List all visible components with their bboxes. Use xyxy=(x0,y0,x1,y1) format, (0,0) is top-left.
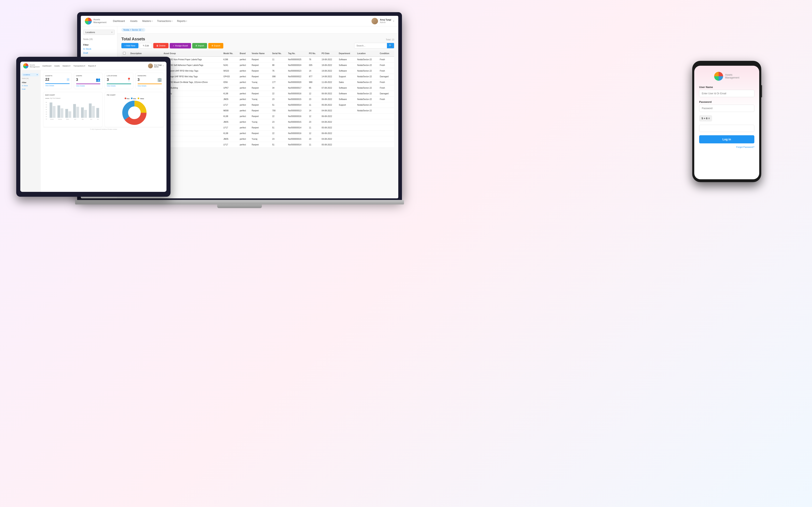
location-select[interactable]: Locations ▾ xyxy=(83,30,115,35)
table-cell: No/000000016 xyxy=(287,130,307,136)
table-cell: Software xyxy=(337,62,355,68)
stat-users: USERS 3 👥 View Details xyxy=(74,73,103,89)
table-cell: No/000000016 xyxy=(287,114,307,119)
table-cell: Ranjeet xyxy=(250,130,270,136)
search-button[interactable]: 🔍 xyxy=(387,43,394,48)
asset-condition xyxy=(378,136,394,142)
tablet-bezel: Assets Management Dashboard Assets Maste… xyxy=(16,57,170,197)
assets-view-details[interactable]: View Details xyxy=(45,85,70,87)
svg-text:60: 60 xyxy=(46,107,47,108)
locations-view-details[interactable]: View Details xyxy=(107,85,131,87)
delete-button[interactable]: 🗑 Delete xyxy=(153,43,169,48)
laptop-base xyxy=(75,200,404,205)
phone-device: Assets Management User Name Password 5 +… xyxy=(692,61,761,182)
asset-condition: Fresh xyxy=(378,68,394,74)
tablet-filter-draft[interactable]: Draft xyxy=(20,88,40,91)
nav-masters[interactable]: Masters ▾ xyxy=(142,20,153,22)
tab-nav-transactions[interactable]: Transactions ▾ xyxy=(73,65,85,67)
tablet-main: ASSETS 22 🖥 View Details USERS 3 xyxy=(41,70,166,192)
login-logo: Assets Management xyxy=(714,72,739,81)
password-input[interactable] xyxy=(699,105,754,112)
table-cell: No/000000023 xyxy=(287,68,307,74)
filter-in-stock[interactable]: In Stock xyxy=(81,47,117,51)
total-count: Total: 13 xyxy=(386,38,394,41)
page-title: Total Assets xyxy=(121,37,145,41)
tab-nav-dashboard[interactable]: Dashboard xyxy=(42,65,51,67)
table-cell: Inventory xyxy=(162,91,222,97)
users-view-details[interactable]: View Details xyxy=(76,85,100,87)
table-cell: 07-08-2022 xyxy=(320,85,337,91)
tablet-user-caret[interactable]: ▾ xyxy=(163,65,164,67)
table-cell: UHF RFID Mount On-Metal Tags, 101mm×25mm xyxy=(162,79,222,85)
table-cell: ID56 xyxy=(222,79,238,85)
nav-assets[interactable]: Assets xyxy=(130,19,138,23)
assign-asset-button[interactable]: ✓ Assign Asset xyxy=(170,43,191,49)
table-cell: perfect xyxy=(238,114,250,119)
tablet-filter-in-stock[interactable]: In Stock xyxy=(20,84,40,88)
table-cell: 06-08-2022 xyxy=(320,97,337,102)
table-cell: 06-08-2022 xyxy=(320,91,337,97)
table-cell xyxy=(355,119,378,125)
table-cell xyxy=(162,130,222,136)
table-cell xyxy=(162,125,222,130)
asset-condition xyxy=(378,114,394,119)
charts-row: BAR CHART My First Dataset 80 70 xyxy=(43,92,164,127)
table-cell: 06-08-2022 xyxy=(320,114,337,119)
export-button[interactable]: ⬆ Export xyxy=(208,43,223,49)
asset-condition xyxy=(378,102,394,108)
tablet-device: Assets Management Dashboard Assets Maste… xyxy=(16,57,170,197)
table-cell: Ranjeet xyxy=(250,85,270,91)
close-icon[interactable]: × xyxy=(142,29,143,31)
table-cell: Noida/Sector-22 xyxy=(355,79,378,85)
asset-condition: Fresh xyxy=(378,62,394,68)
masters-caret: ▾ xyxy=(152,20,153,22)
table-cell: No/000000014 xyxy=(287,102,307,108)
nav-dashboard[interactable]: Dashboard xyxy=(112,19,125,23)
tab-nav-reports[interactable]: Reports ▾ xyxy=(88,65,96,67)
table-cell: Noida/Sector-22 xyxy=(355,68,378,74)
tab-nav-masters[interactable]: Masters ▾ xyxy=(62,65,71,67)
svg-text:20: 20 xyxy=(46,116,47,117)
user-role: Admin xyxy=(380,21,391,24)
svg-text:70: 70 xyxy=(46,104,47,105)
table-cell xyxy=(337,130,355,136)
phone-side-button xyxy=(761,85,762,97)
svg-rect-20 xyxy=(96,108,99,118)
table-cell: No/000000025 xyxy=(287,57,307,62)
table-cell: 877 xyxy=(307,74,320,79)
user-caret[interactable]: ▾ xyxy=(393,20,394,22)
table-cell: KL98 xyxy=(222,91,238,97)
table-cell: 76 xyxy=(307,57,320,62)
svg-rect-10 xyxy=(57,105,60,118)
login-button[interactable]: Log in xyxy=(699,135,754,144)
tablet-location-select[interactable]: Locations ▾ xyxy=(21,73,39,76)
captcha-input[interactable] xyxy=(699,125,754,132)
import-button[interactable]: ⬇ Import xyxy=(192,43,207,49)
forgot-password-link[interactable]: Forgot Password? xyxy=(699,146,754,148)
table-cell: WS33 xyxy=(222,68,238,74)
table-cell: Software xyxy=(337,85,355,91)
tab-nav-assets[interactable]: Assets xyxy=(54,65,60,67)
table-cell: No/000000014 xyxy=(287,142,307,148)
filter-draft[interactable]: Draft xyxy=(81,51,117,55)
nav-reports[interactable]: Reports ▾ xyxy=(177,20,187,22)
phone-screen: Assets Management User Name Password 5 +… xyxy=(694,66,759,179)
svg-rect-16 xyxy=(81,107,84,118)
vendors-view-details[interactable]: View Details xyxy=(138,85,162,87)
svg-rect-8 xyxy=(50,102,52,118)
add-new-button[interactable]: + Add New xyxy=(121,43,139,48)
table-cell: perfect xyxy=(238,74,250,79)
tablet-navbar: Assets Management Dashboard Assets Maste… xyxy=(20,62,166,70)
nav-transactions[interactable]: Transactions ▾ xyxy=(157,20,172,22)
table-cell: 22 xyxy=(270,130,287,136)
svg-point-31 xyxy=(129,107,140,118)
svg-rect-15 xyxy=(76,107,79,118)
table-cell: 88 xyxy=(270,62,287,68)
username-input[interactable] xyxy=(699,90,754,97)
edit-button[interactable]: ✎ Edit xyxy=(140,43,152,49)
table-cell: LF17 xyxy=(222,102,238,108)
table-cell xyxy=(337,119,355,125)
search-input[interactable] xyxy=(354,43,387,48)
table-cell: 098 xyxy=(270,74,287,79)
select-all-checkbox[interactable] xyxy=(123,52,125,55)
